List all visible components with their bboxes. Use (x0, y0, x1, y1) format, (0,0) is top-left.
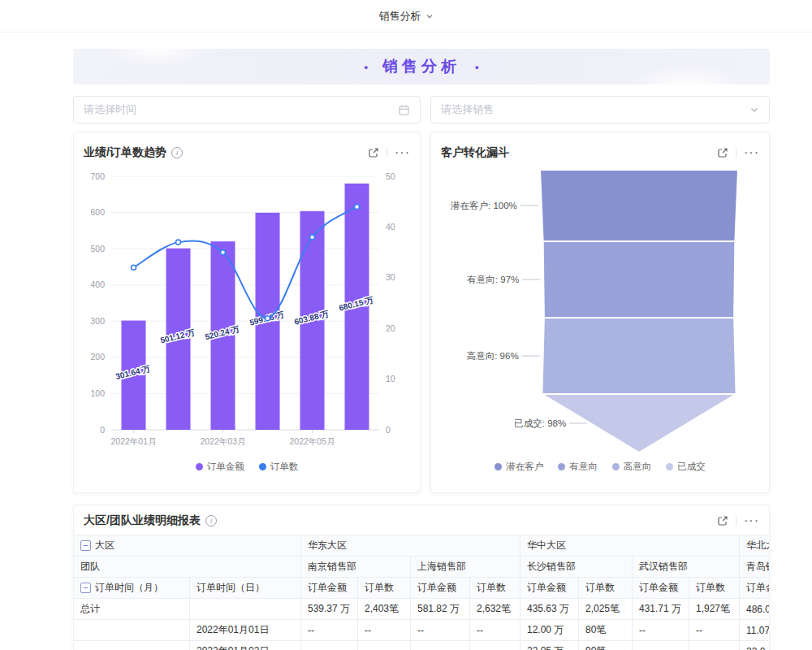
banner-title-text: 销售分析 (382, 56, 460, 77)
header-cell: 订单金额 (740, 578, 770, 599)
legend-item[interactable]: 已成交 (666, 461, 706, 473)
collapse-icon[interactable]: − (80, 540, 91, 551)
header-label: 订单金额 (417, 581, 456, 595)
svg-text:0: 0 (100, 425, 105, 435)
legend-label: 订单数 (270, 461, 299, 473)
cell: 435.63 万 (520, 599, 579, 620)
svg-text:100: 100 (90, 388, 105, 398)
cell: 486.0 (740, 599, 770, 620)
line-marker (176, 240, 181, 245)
legend-label: 订单金额 (207, 461, 244, 473)
cell: -- (689, 641, 740, 650)
svg-text:高意向: 96%: 高意向: 96% (467, 351, 519, 361)
cell: 22.0 (740, 641, 770, 650)
chevron-down-icon (749, 105, 759, 115)
cell: 1,927笔 (689, 599, 740, 620)
legend-item[interactable]: 订单数 (259, 461, 299, 473)
trend-legend: 订单金额订单数 (84, 461, 410, 473)
legend-item[interactable]: 有意向 (558, 461, 598, 473)
header-cell: 南京销售部 (301, 557, 411, 578)
header-cell: 团队 (74, 557, 301, 578)
funnel-segment (542, 318, 736, 394)
header-label: 上海销售部 (417, 560, 466, 574)
header-label: 团队 (80, 560, 100, 574)
legend-item[interactable]: 高意向 (612, 461, 652, 473)
more-options-button[interactable]: ··· (395, 149, 410, 157)
svg-text:700: 700 (90, 171, 105, 181)
report-card: 大区/团队业绩明细报表 i ··· −大区华东大区华中大区华北大区团队南京销售部… (73, 505, 770, 650)
banner: • 销售分析 • (73, 49, 770, 84)
funnel-segment (543, 241, 736, 318)
legend-dot (666, 463, 673, 470)
svg-text:已成交: 98%: 已成交: 98% (514, 418, 566, 428)
header-label: 订单时间（月） (95, 581, 163, 595)
cell: -- (411, 620, 470, 641)
header-label: 华东大区 (308, 539, 347, 552)
collapse-icon[interactable]: − (80, 583, 91, 593)
legend-dot (259, 463, 266, 470)
sales-filter-placeholder: 请选择销售 (441, 102, 494, 117)
divider (736, 516, 736, 526)
header-label: 华北大区 (746, 539, 770, 552)
time-filter-input[interactable]: 请选择时间 (73, 96, 421, 124)
legend-label: 潜在客户 (506, 461, 543, 473)
header-label: 青岛销售部 (746, 560, 770, 574)
info-icon[interactable]: i (171, 147, 183, 158)
header-label: 武汉销售部 (639, 560, 688, 574)
header-cell: 华北大区 (740, 535, 770, 557)
header-cell: −订单时间（月） (74, 578, 190, 599)
table-header-row: −订单时间（月）订单时间（日）订单金额订单数订单金额订单数订单金额订单数订单金额… (74, 578, 770, 599)
cell: 12.00 万 (520, 620, 579, 641)
cell: 2,403笔 (358, 599, 411, 620)
header-cell: 订单数 (689, 578, 740, 599)
svg-text:40: 40 (386, 222, 395, 232)
header-label: 订单数 (477, 581, 506, 595)
more-options-button[interactable]: ··· (744, 517, 759, 525)
header-label: 订单数 (696, 581, 725, 595)
line-marker (310, 235, 315, 240)
cell: -- (411, 641, 470, 650)
cell: 2022年01月02日 (190, 641, 301, 650)
cell: -- (358, 641, 411, 650)
export-icon[interactable] (717, 515, 728, 526)
funnel-segment (540, 170, 738, 241)
charts-row: 业绩/订单数趋势 i ··· 0100200300400500600700010… (73, 132, 770, 493)
cell: 总计 (74, 599, 190, 620)
header-cell: −大区 (74, 535, 301, 557)
svg-text:600: 600 (90, 207, 105, 217)
svg-text:2022年03月: 2022年03月 (200, 436, 245, 446)
line-marker (132, 265, 136, 270)
page-title-dropdown[interactable]: 销售分析 (379, 9, 434, 24)
legend-item[interactable]: 潜在客户 (495, 461, 543, 473)
legend-label: 已成交 (677, 461, 706, 473)
info-icon[interactable]: i (205, 515, 217, 526)
header-label: 华中大区 (527, 539, 566, 552)
svg-text:20: 20 (386, 323, 395, 333)
legend-item[interactable]: 订单金额 (196, 461, 244, 473)
export-icon[interactable] (717, 147, 728, 158)
header-label: 大区 (95, 539, 114, 552)
filter-bar: 请选择时间 请选择销售 (73, 96, 770, 124)
table-row: 2022年01月02日--------22.05 万90笔----22.0 (74, 641, 770, 650)
sales-filter-select[interactable]: 请选择销售 (430, 96, 770, 124)
page-title: 销售分析 (379, 9, 421, 24)
funnel-legend: 潜在客户有意向高意向已成交 (441, 461, 759, 473)
banner-title: • 销售分析 • (364, 56, 478, 77)
svg-text:400: 400 (90, 280, 105, 289)
svg-text:200: 200 (90, 352, 105, 362)
trend-chart: 010020030040050060070001020304050301.64 … (84, 163, 412, 456)
cell: 90笔 (579, 641, 633, 650)
svg-text:300: 300 (90, 316, 105, 326)
banner-dot-left: • (364, 61, 368, 73)
export-icon[interactable] (368, 147, 379, 158)
header-cell: 订单数 (470, 578, 520, 599)
more-options-button[interactable]: ··· (744, 149, 759, 157)
cell: 2022年01月01日 (190, 620, 301, 641)
cell: 581.82 万 (411, 599, 470, 620)
legend-dot (196, 463, 203, 470)
cell: -- (358, 620, 411, 641)
svg-text:有意向: 97%: 有意向: 97% (467, 275, 519, 284)
cell: 80笔 (579, 620, 633, 641)
report-card-title: 大区/团队业绩明细报表 i (84, 514, 217, 528)
main-content: • 销售分析 • 请选择时间 请选择销售 业绩/订单数趋势 i (73, 49, 770, 650)
